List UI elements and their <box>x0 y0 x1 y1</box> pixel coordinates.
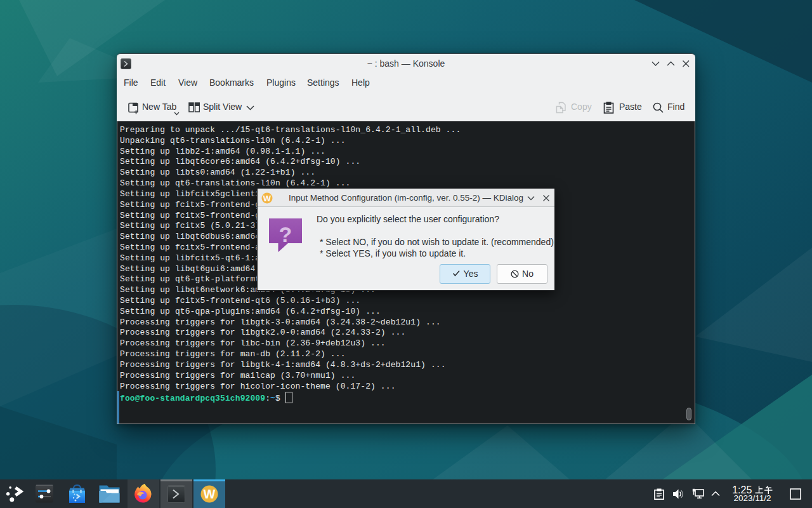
svg-text:?: ? <box>279 222 292 246</box>
svg-text:W: W <box>204 487 216 501</box>
